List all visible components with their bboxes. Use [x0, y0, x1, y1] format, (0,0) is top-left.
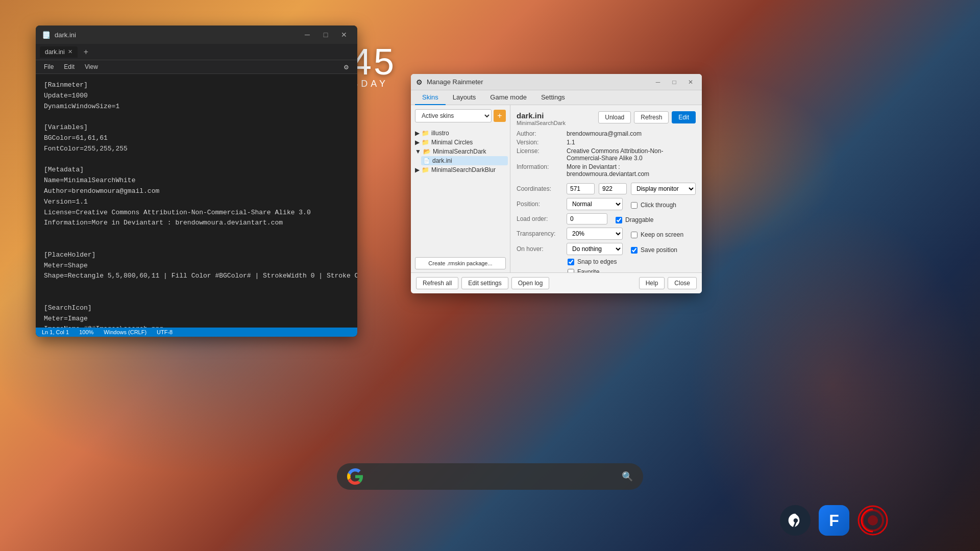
notepad-app-icon: 🗒️: [42, 31, 51, 39]
statusbar-charset: UTF-8: [157, 329, 173, 335]
rm-on-hover-select[interactable]: Do nothing: [567, 243, 623, 255]
statusbar-position: Ln 1, Col 1: [42, 329, 69, 335]
rm-display-monitor-select[interactable]: Display monitor: [631, 183, 696, 195]
rm-click-through-row: Click through: [631, 202, 676, 209]
rm-help-btn[interactable]: Help: [639, 277, 665, 289]
folder-icon: 📁: [422, 166, 429, 173]
opera-taskbar-icon[interactable]: [857, 505, 888, 536]
steam-taskbar-icon[interactable]: [780, 505, 811, 536]
rm-minimize-btn[interactable]: ─: [652, 76, 664, 88]
rm-tab-gamemode[interactable]: Game mode: [483, 90, 534, 105]
rm-click-through-checkbox[interactable]: [631, 202, 638, 209]
rm-tree-item-minimal-circles[interactable]: ▶ 📁 Minimal Circles: [413, 138, 508, 147]
rm-draggable-checkbox[interactable]: [616, 217, 622, 223]
notepad-add-tab-btn[interactable]: +: [80, 45, 92, 59]
rm-maximize-btn[interactable]: □: [668, 76, 680, 88]
rm-info-value: More in Deviantart : brendowmoura.devian…: [567, 163, 696, 178]
rm-extra-checkboxes-row: Snap to edges: [568, 258, 696, 265]
rm-click-through-label: Click through: [641, 202, 676, 209]
rm-version-value: 1.1: [567, 139, 696, 146]
rm-refresh-all-btn[interactable]: Refresh all: [416, 277, 458, 289]
notepad-tabs: dark.ini ✕ +: [36, 44, 357, 60]
notepad-settings-icon[interactable]: ⚙: [339, 63, 353, 72]
rm-save-position-section: Save position: [631, 246, 677, 254]
folder-open-icon: 📂: [423, 148, 431, 155]
rm-skin-dropdown-row: Active skins +: [415, 109, 506, 122]
rm-keep-on-screen-checkbox[interactable]: [631, 232, 638, 238]
notepad-menu: File Edit View ⚙: [36, 60, 357, 74]
rm-save-position-checkbox[interactable]: [631, 247, 638, 254]
rm-y-coord-input[interactable]: [599, 183, 627, 194]
rm-position-row: Position: Normal Click through: [517, 198, 696, 210]
rm-load-order-row: Load order: Draggable: [517, 213, 696, 224]
notepad-content-area[interactable]: [Rainmeter] Update=1000 DynamicWindowSiz…: [36, 74, 357, 328]
folder-icon: 📁: [422, 139, 429, 146]
rm-open-log-btn[interactable]: Open log: [511, 277, 550, 289]
svg-point-3: [868, 515, 878, 525]
rm-author-value: brendowmoura@gmail.com: [567, 130, 696, 137]
rm-skin-path: MinimalSearchDark: [517, 120, 566, 126]
rm-save-position-row: Save position: [631, 246, 677, 254]
rm-active-skins-dropdown[interactable]: Active skins: [415, 109, 492, 122]
tab-close-icon[interactable]: ✕: [68, 48, 72, 55]
rm-keep-on-screen-section: Keep on screen: [631, 231, 683, 238]
rm-tree-label: illustro: [431, 130, 449, 137]
rm-tabs: Skins Layouts Game mode Settings: [411, 90, 702, 105]
rm-edit-settings-btn[interactable]: Edit settings: [461, 277, 508, 289]
rm-transparency-label: Transparency:: [517, 230, 562, 237]
rm-skin-header: dark.ini MinimalSearchDark Unload Refres…: [517, 111, 696, 126]
rm-favorite-label: Favorite: [577, 268, 599, 272]
notepad-maximize-btn[interactable]: □: [318, 28, 333, 42]
rm-close-dialog-btn[interactable]: Close: [668, 277, 697, 289]
rm-checkboxes-section: Click through: [631, 202, 676, 209]
rm-refresh-btn[interactable]: Refresh: [634, 111, 669, 123]
rm-draggable-row: Draggable: [616, 216, 653, 223]
rm-tab-settings[interactable]: Settings: [534, 90, 572, 105]
rm-body: Active skins + ▶ 📁 illustro ▶ 📁 Minimal …: [411, 105, 702, 272]
rm-transparency-select[interactable]: 20%: [567, 228, 623, 240]
rm-unload-btn[interactable]: Unload: [598, 111, 631, 123]
notepad-edit-menu[interactable]: Edit: [60, 62, 79, 71]
rm-tab-skins[interactable]: Skins: [415, 90, 446, 105]
notepad-tab-dark-ini[interactable]: dark.ini ✕: [40, 46, 78, 58]
rm-tree-label: dark.ini: [432, 157, 452, 164]
rm-license-value: Creative Commons Attribution-Non-Commerc…: [567, 147, 696, 162]
rm-tree-item-minimal-search-dark-blur[interactable]: ▶ 📁 MinimalSearchDarkBlur: [413, 165, 508, 174]
rm-skin-name: dark.ini: [517, 111, 566, 120]
rm-favorite-checkbox[interactable]: [568, 269, 574, 273]
rm-favorite-row: Favorite: [568, 268, 696, 272]
rm-titlebar: ⚙ Manage Rainmeter ─ □ ✕: [411, 74, 702, 90]
search-input[interactable]: [370, 469, 616, 484]
rm-info-label: Information:: [517, 163, 562, 178]
rm-snap-to-edges-label: Snap to edges: [577, 258, 617, 265]
notepad-view-menu[interactable]: View: [81, 62, 102, 71]
rm-close-btn[interactable]: ✕: [684, 76, 697, 88]
rm-add-skin-btn[interactable]: +: [494, 110, 506, 122]
rm-create-rmskin-btn[interactable]: Create .rmskin package...: [415, 257, 506, 269]
search-magnifier-icon: 🔍: [622, 471, 633, 482]
statusbar-zoom: 100%: [79, 329, 93, 335]
chevron-right-icon: ▶: [415, 139, 420, 146]
rm-favorite-checkbox-row: Favorite: [568, 268, 599, 272]
notepad-minimize-btn[interactable]: ─: [300, 28, 314, 42]
rm-draggable-label: Draggable: [625, 216, 653, 223]
rm-tree-item-illustro[interactable]: ▶ 📁 illustro: [413, 129, 508, 138]
rm-x-coord-input[interactable]: [567, 183, 595, 194]
notepad-close-btn[interactable]: ✕: [337, 28, 351, 42]
rm-tree-label: MinimalSearchDark: [433, 148, 486, 155]
statusbar-encoding: Windows (CRLF): [104, 329, 146, 335]
f-taskbar-icon[interactable]: F: [819, 505, 849, 536]
rm-version-label: Version:: [517, 139, 562, 146]
notepad-file-menu[interactable]: File: [40, 62, 58, 71]
rm-tab-layouts[interactable]: Layouts: [446, 90, 483, 105]
rm-draggable-section: Draggable: [616, 216, 653, 223]
rm-snap-to-edges-checkbox[interactable]: [568, 259, 574, 265]
rm-info-grid: Author: brendowmoura@gmail.com Version: …: [517, 130, 696, 178]
rm-position-select[interactable]: Normal: [567, 198, 623, 210]
rm-tree-item-minimal-search-dark[interactable]: ▼ 📂 MinimalSearchDark: [413, 147, 508, 156]
chevron-right-icon: ▶: [415, 130, 420, 137]
rm-load-order-input[interactable]: [567, 213, 607, 224]
rm-edit-btn[interactable]: Edit: [672, 111, 696, 123]
rm-tree-item-dark-ini[interactable]: 📄 dark.ini: [421, 156, 508, 165]
rm-position-label: Position:: [517, 201, 562, 208]
